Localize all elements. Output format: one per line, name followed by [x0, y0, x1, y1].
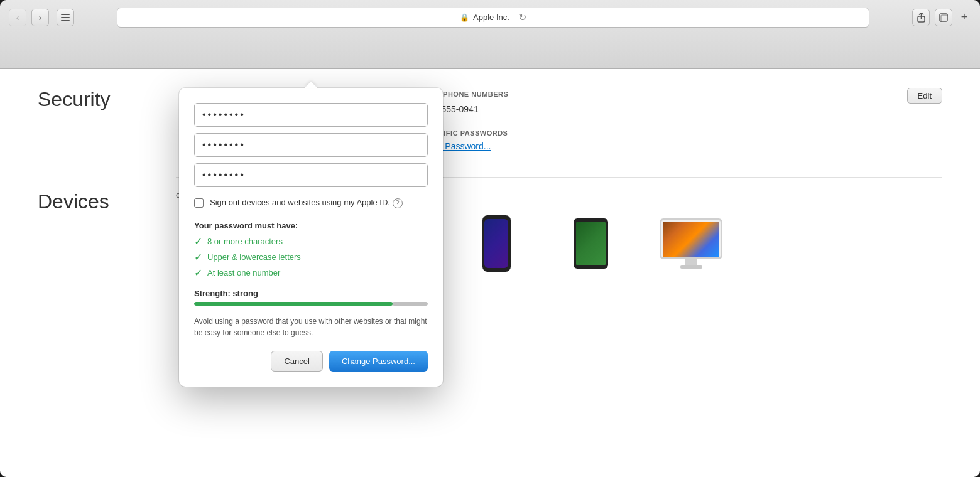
- back-button[interactable]: ‹: [9, 9, 26, 26]
- toolbar-right: +: [912, 9, 971, 26]
- new-password-input[interactable]: [194, 133, 428, 157]
- toolbar: ‹ › 🔒 Apple Inc. ↻: [0, 0, 980, 35]
- popup-overlay: Sign out devices and websites using my A…: [0, 69, 980, 477]
- current-password-input[interactable]: [194, 103, 428, 127]
- change-password-button[interactable]: Change Password...: [329, 351, 428, 372]
- popup-buttons: Cancel Change Password...: [194, 351, 428, 372]
- svg-rect-0: [61, 14, 70, 15]
- req-number: ✓ At least one number: [194, 267, 428, 279]
- help-icon[interactable]: ?: [393, 198, 403, 208]
- req-characters: ✓ 8 or more characters: [194, 235, 428, 247]
- strength-label: Strength: strong: [194, 289, 428, 298]
- sidebar-button[interactable]: [57, 9, 74, 26]
- cancel-button[interactable]: Cancel: [271, 351, 322, 372]
- strength-section: Strength: strong: [194, 289, 428, 306]
- password-popup: Sign out devices and websites using my A…: [179, 88, 443, 387]
- url-text: Apple Inc.: [473, 13, 509, 22]
- lock-icon: 🔒: [460, 13, 469, 22]
- share-button[interactable]: [912, 9, 930, 26]
- signout-checkbox-row: Sign out devices and websites using my A…: [194, 197, 428, 208]
- address-bar[interactable]: 🔒 Apple Inc. ↻: [117, 8, 869, 28]
- req-case: ✓ Upper & lowercase letters: [194, 251, 428, 263]
- req-text-2: Upper & lowercase letters: [207, 252, 301, 262]
- svg-rect-1: [61, 17, 70, 18]
- signout-checkbox[interactable]: [194, 198, 204, 208]
- tabs-button[interactable]: [935, 9, 952, 26]
- check-icon-2: ✓: [194, 251, 202, 263]
- req-text-3: At least one number: [207, 268, 280, 277]
- page-content: Security PASSWORD Change Password... TRU…: [0, 69, 980, 477]
- strength-bar-container: [194, 302, 428, 306]
- check-icon-1: ✓: [194, 235, 202, 247]
- reload-button[interactable]: ↻: [518, 11, 526, 23]
- strength-bar-empty: [393, 302, 428, 306]
- forward-button[interactable]: ›: [31, 9, 49, 26]
- strength-bar-fill: [194, 302, 393, 306]
- req-text-1: 8 or more characters: [207, 237, 283, 246]
- mac-frame: ‹ › 🔒 Apple Inc. ↻: [0, 0, 980, 477]
- svg-rect-2: [61, 20, 70, 21]
- warning-text: Avoid using a password that you use with…: [194, 316, 428, 338]
- signout-label: Sign out devices and websites using my A…: [210, 197, 403, 208]
- new-tab-button[interactable]: +: [957, 9, 971, 26]
- confirm-password-input[interactable]: [194, 163, 428, 187]
- check-icon-3: ✓: [194, 267, 202, 279]
- browser-chrome: ‹ › 🔒 Apple Inc. ↻: [0, 0, 980, 69]
- requirements-header: Your password must have:: [194, 221, 428, 230]
